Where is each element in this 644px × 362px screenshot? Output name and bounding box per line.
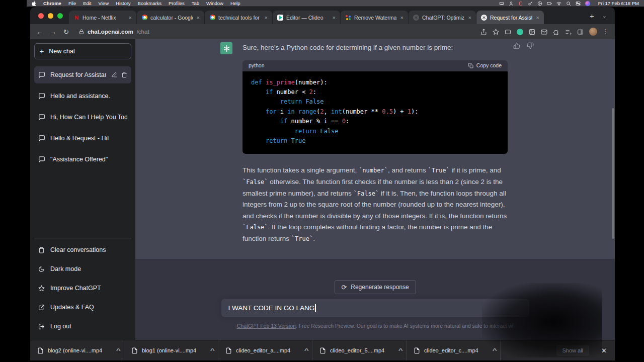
show-all-button[interactable]: Show all (556, 345, 590, 356)
siri-status-icon[interactable] (585, 1, 590, 6)
conversation-item[interactable]: Hello & Request - Hil (34, 130, 131, 147)
menu-item-edit[interactable]: Edit (83, 1, 91, 6)
download-menu-caret-icon[interactable]: ^ (492, 347, 497, 353)
menu-item-tab[interactable]: Tab (192, 1, 199, 6)
menu-item-bookmarks[interactable]: Bookmarks (138, 1, 162, 6)
conversation-item[interactable]: Hello and assistance. (34, 87, 131, 105)
wifi-status-icon[interactable] (556, 1, 561, 6)
browser-toolbar: ← → ↻ chat.openai.com/chat ⋮ (30, 24, 615, 39)
download-item[interactable]: blog2 (online-vi....mp4^ (30, 340, 124, 360)
inline-code: `True` (428, 167, 449, 174)
download-menu-caret-icon[interactable]: ^ (210, 347, 214, 353)
tab-window-ext-icon[interactable] (505, 29, 511, 35)
close-window-button[interactable] (38, 13, 44, 19)
menubar-status-area (499, 1, 590, 6)
tab-strip: NHome - Netflix×calculator - Google×tech… (30, 7, 615, 24)
delete-trash-icon[interactable] (121, 72, 127, 78)
zoom-window-button[interactable] (57, 13, 63, 19)
menu-item-profiles[interactable]: Profiles (169, 1, 185, 6)
tab-close-icon[interactable]: × (264, 15, 269, 21)
tab-close-icon[interactable]: × (196, 15, 201, 21)
minimize-window-button[interactable] (48, 13, 53, 19)
sidebar-item-log-out[interactable]: Log out (34, 317, 131, 336)
menu-item-help[interactable]: Help (230, 1, 240, 6)
tab-home-netflix[interactable]: NHome - Netflix× (69, 11, 136, 24)
screenshot-ext-icon[interactable] (529, 29, 535, 35)
regenerate-response-button[interactable]: ⟳ Regenerate response (334, 280, 416, 294)
mail-ext-icon[interactable] (541, 29, 547, 35)
download-item[interactable]: clideo_editor_c....mp4^ (407, 340, 501, 360)
tab-close-icon[interactable]: × (332, 15, 337, 21)
menu-item-history[interactable]: History (116, 1, 131, 6)
version-link[interactable]: ChatGPT Feb 13 Version (237, 323, 296, 329)
scrollbar-thumb[interactable] (612, 108, 614, 239)
tab-close-icon[interactable]: × (467, 15, 472, 21)
edit-pencil-icon[interactable] (111, 72, 117, 78)
forward-button[interactable]: → (50, 28, 56, 36)
inline-code: `False` (243, 224, 268, 231)
browser-menu-kebab-icon[interactable]: ⋮ (603, 28, 609, 35)
tab-request-for-assist[interactable]: Request for Assist× (476, 11, 544, 24)
address-bar[interactable]: chat.openai.com/chat (79, 29, 149, 35)
share-icon[interactable] (480, 29, 487, 35)
tab-search-chevron-icon[interactable]: ⌄ (599, 13, 615, 19)
back-button[interactable]: ← (36, 28, 43, 36)
tab-editor-clideo[interactable]: Editor — Clideo× (273, 11, 340, 24)
battery-status-icon[interactable] (547, 1, 552, 6)
download-filename: blog1 (online-vi....mp4 (142, 347, 207, 353)
tab-title: technical tools for t (218, 15, 261, 21)
menu-item-window[interactable]: Window (206, 1, 223, 6)
menu-item-file[interactable]: File (68, 1, 76, 6)
moon-icon (38, 266, 45, 273)
download-items: blog2 (online-vi....mp4^blog1 (online-vi… (30, 340, 501, 360)
download-menu-caret-icon[interactable]: ^ (304, 347, 308, 353)
thumbs-down-icon[interactable] (527, 42, 534, 49)
sidebar-item-dark-mode[interactable]: Dark mode (34, 259, 131, 279)
keyboard-status-icon[interactable] (499, 1, 504, 6)
tab-close-icon[interactable]: × (535, 15, 540, 21)
bookmark-star-icon[interactable] (493, 29, 499, 35)
download-item[interactable]: blog1 (online-vi....mp4^ (124, 340, 218, 360)
user-status-icon[interactable] (509, 1, 514, 6)
prompt-input[interactable]: I WANT CODE IN GO LANG (221, 299, 529, 317)
key-status-icon[interactable] (528, 1, 533, 6)
tab-calculator-google[interactable]: calculator - Google× (137, 11, 204, 24)
tab-technical-tools-for-t[interactable]: technical tools for t× (205, 11, 272, 24)
download-item[interactable]: clideo_editor_5....mp4^ (312, 340, 407, 360)
chat-bubble-icon (38, 156, 45, 163)
sidebar-item-clear-conversations[interactable]: Clear conversations (34, 240, 131, 259)
control-center-status-icon[interactable] (576, 1, 581, 6)
menu-item-chrome[interactable]: Chrome (43, 1, 61, 6)
tab-close-icon[interactable]: × (399, 15, 405, 21)
profile-avatar[interactable] (589, 28, 597, 36)
new-chat-button[interactable]: + New chat (34, 43, 131, 59)
tab-close-icon[interactable]: × (128, 15, 133, 21)
close-downloads-bar-icon[interactable]: ✕ (601, 347, 607, 354)
side-panel-icon[interactable] (577, 29, 584, 35)
download-item[interactable]: clideo_editor_a....mp4^ (218, 340, 312, 360)
record-status-icon[interactable] (518, 1, 523, 6)
tab-chatgpt-optimizi[interactable]: ChatGPT: Optimizi× (409, 11, 476, 24)
new-tab-button[interactable]: + (585, 12, 599, 20)
download-menu-caret-icon[interactable]: ^ (116, 347, 120, 353)
search-status-icon[interactable] (566, 1, 571, 6)
conversation-item[interactable]: Hi, How Can I Help You Toda (34, 109, 131, 126)
play-circle-status-icon[interactable] (537, 1, 542, 6)
thumbs-up-icon[interactable] (513, 42, 520, 49)
chatgpt-extension-icon[interactable] (517, 29, 523, 35)
menubar-clock[interactable]: Fri 17 Feb 6:18 PM (598, 1, 639, 6)
sidebar-item-updates-faq[interactable]: Updates & FAQ (34, 298, 131, 317)
download-filename: blog2 (online-vi....mp4 (48, 347, 113, 353)
conversation-item[interactable]: Request for Assistanc (34, 66, 131, 83)
copy-code-button[interactable]: Copy code (468, 60, 502, 71)
conversation-item[interactable]: "Assistance Offered" (34, 151, 131, 168)
extensions-puzzle-icon[interactable] (553, 29, 559, 35)
menu-item-view[interactable]: View (99, 1, 109, 6)
lock-icon[interactable] (79, 29, 84, 34)
tab-remove-watermark[interactable]: Remove Watermark× (341, 11, 408, 24)
apple-logo-icon[interactable] (32, 1, 36, 6)
reading-list-icon[interactable] (565, 29, 572, 35)
download-menu-caret-icon[interactable]: ^ (398, 347, 403, 353)
sidebar-item-improve-chatgpt[interactable]: Improve ChatGPT (34, 279, 131, 298)
reload-button[interactable]: ↻ (63, 28, 69, 36)
